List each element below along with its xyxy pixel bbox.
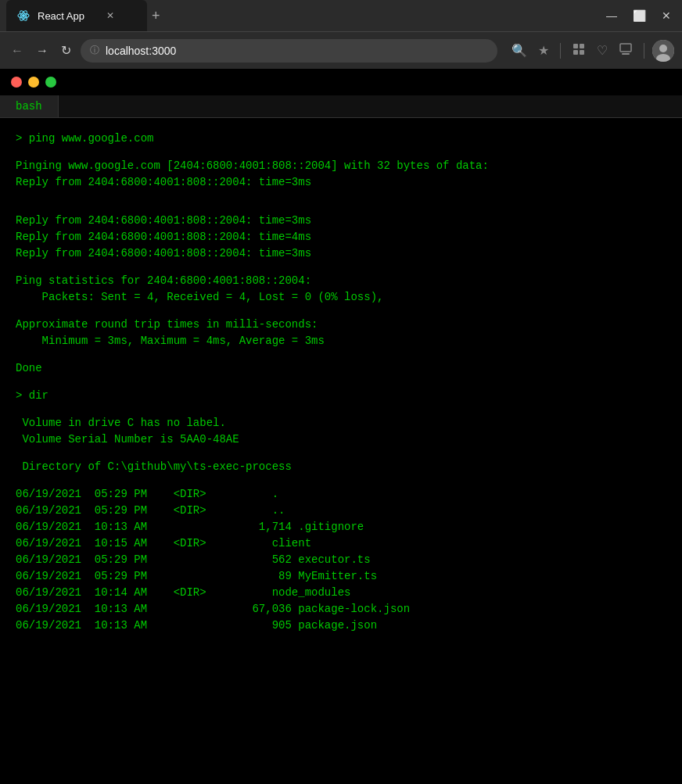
ping-reply-4: Reply from 2404:6800:4001:808::2004: tim… [16, 245, 666, 262]
maximize-dot[interactable] [45, 77, 56, 88]
toolbar-divider [560, 43, 561, 59]
favorites-icon[interactable]: ♡ [594, 40, 611, 61]
blank-3 [16, 202, 666, 213]
bookmark-star-icon[interactable]: ★ [535, 40, 552, 61]
browser-frame: React App ✕ + — ⬜ ✕ ← → ↻ ⓘ localhost:30… [0, 0, 682, 784]
ping-reply-3: Reply from 2404:6800:4001:808::2004: tim… [16, 229, 666, 245]
svg-rect-4 [573, 44, 578, 48]
dir-row: 06/19/2021 10:13 AM 1,714 .gitignore [16, 519, 666, 535]
ping-reply-2: Reply from 2404:6800:4001:808::2004: tim… [16, 213, 666, 229]
dir-row: 06/19/2021 10:15 AM <DIR> client [16, 535, 666, 552]
security-icon: ⓘ [90, 44, 99, 57]
terminal-wrapper: bash > ping www.google.com Pinging www.g… [0, 69, 682, 784]
ping-stats-header: Ping statistics for 2404:6800:4001:808::… [16, 273, 666, 289]
minimize-button[interactable]: — [601, 8, 622, 23]
svg-point-0 [22, 14, 25, 17]
dir-entries: 06/19/2021 05:29 PM <DIR> . 06/19/2021 0… [16, 486, 666, 634]
dir-row: 06/19/2021 05:29 PM 89 MyEmitter.ts [16, 568, 666, 585]
dir-path: Directory of C:\github\my\ts-exec-proces… [16, 459, 666, 475]
forward-button[interactable]: → [33, 41, 52, 61]
dir-row: 06/19/2021 05:29 PM <DIR> . [16, 486, 666, 503]
extensions-icon[interactable] [569, 39, 589, 63]
command-dir: > dir [16, 388, 666, 404]
title-bar: React App ✕ + — ⬜ ✕ [0, 0, 682, 31]
blank-4 [16, 262, 666, 273]
ping-stats-packets: Packets: Sent = 4, Received = 4, Lost = … [16, 289, 666, 306]
svg-rect-9 [622, 53, 630, 55]
back-button[interactable]: ← [8, 41, 27, 61]
bash-tab[interactable]: bash [0, 95, 59, 117]
blank-2 [16, 191, 666, 202]
new-tab-button[interactable]: + [152, 8, 160, 24]
profile-avatar[interactable] [652, 40, 674, 62]
toolbar-icons: 🔍 ★ ♡ [508, 39, 674, 63]
dir-row: 06/19/2021 10:13 AM 905 package.json [16, 618, 666, 634]
traffic-lights [0, 69, 682, 95]
svg-rect-8 [620, 44, 631, 52]
ping-rtt-values: Minimum = 3ms, Maximum = 4ms, Average = … [16, 333, 666, 349]
blank-8 [16, 404, 666, 415]
maximize-button[interactable]: ⬜ [628, 8, 651, 23]
dir-row: 06/19/2021 10:14 AM <DIR> node_modules [16, 585, 666, 601]
blank-5 [16, 306, 666, 317]
svg-rect-5 [580, 44, 584, 48]
dir-row: 06/19/2021 05:29 PM 562 executor.ts [16, 552, 666, 568]
svg-rect-7 [580, 50, 584, 55]
address-bar: ← → ↻ ⓘ localhost:3000 🔍 ★ ♡ [0, 31, 682, 69]
dir-serial: Volume Serial Number is 5AA0-48AE [16, 431, 666, 448]
blank-6 [16, 349, 666, 360]
terminal-content[interactable]: > ping www.google.com Pinging www.google… [0, 118, 682, 784]
dir-volume-label: Volume in drive C has no label. [16, 415, 666, 431]
ping-done: Done [16, 360, 666, 377]
blank-1 [16, 147, 666, 158]
active-tab[interactable]: React App ✕ [6, 0, 147, 31]
address-text: localhost:3000 [106, 45, 488, 57]
ping-header: Pinging www.google.com [2404:6800:4001:8… [16, 158, 666, 174]
blank-10 [16, 475, 666, 486]
close-window-button[interactable]: ✕ [657, 8, 676, 23]
terminal-tabs: bash [0, 95, 682, 118]
svg-rect-6 [573, 50, 578, 55]
react-tab-icon [16, 8, 31, 23]
command-ping: > ping www.google.com [16, 131, 666, 147]
reload-button[interactable]: ↻ [58, 40, 74, 61]
blank-9 [16, 448, 666, 459]
ping-rtt-header: Approximate round trip times in milli-se… [16, 317, 666, 333]
zoom-icon[interactable]: 🔍 [508, 40, 530, 61]
svg-point-11 [659, 45, 667, 52]
minimize-dot[interactable] [28, 77, 39, 88]
address-input-wrapper[interactable]: ⓘ localhost:3000 [81, 39, 497, 63]
window-controls: — ⬜ ✕ [601, 8, 676, 23]
tab-title: React App [38, 10, 84, 22]
tab-close-button[interactable]: ✕ [106, 10, 114, 21]
ping-reply-1: Reply from 2404:6800:4001:808::2004: tim… [16, 174, 666, 191]
collections-icon[interactable] [616, 39, 636, 63]
blank-7 [16, 377, 666, 388]
close-dot[interactable] [11, 77, 22, 88]
dir-row: 06/19/2021 10:13 AM 67,036 package-lock.… [16, 601, 666, 618]
dir-row: 06/19/2021 05:29 PM <DIR> .. [16, 503, 666, 519]
toolbar-divider-2 [644, 43, 644, 59]
